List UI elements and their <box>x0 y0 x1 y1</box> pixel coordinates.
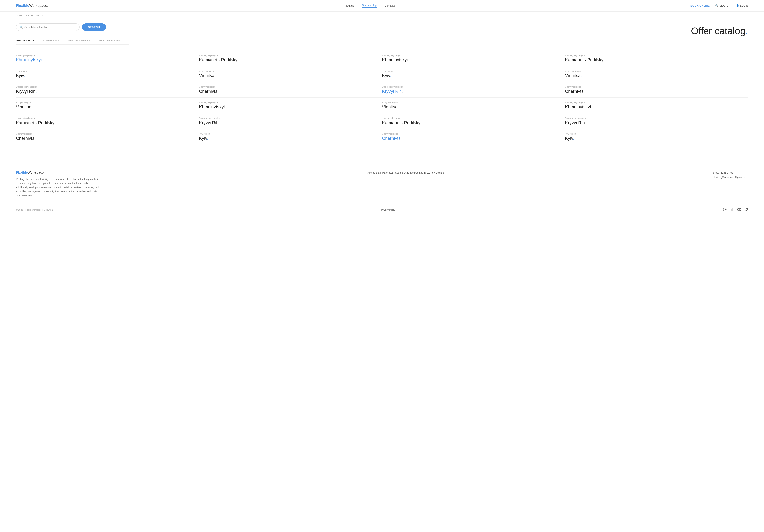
twitter-icon[interactable] <box>744 208 748 212</box>
search-nav-link[interactable]: 🔍 SEARCH <box>715 4 730 7</box>
login-label: LOGIN <box>740 4 748 7</box>
search-button[interactable]: SEARCH <box>82 24 106 31</box>
listing-city: Chernivtsi. <box>16 136 195 141</box>
listing-city[interactable]: Kryvyi Rih. <box>382 89 561 94</box>
instagram-icon[interactable] <box>723 208 727 212</box>
privacy-policy-link[interactable]: Privacy Policy <box>381 209 395 211</box>
list-item: Vinnytsia regionVinnitsa. <box>382 98 565 113</box>
listing-city: Khmelnytskyi. <box>565 104 744 109</box>
social-icons <box>723 208 748 212</box>
tab-coworking[interactable]: COWORKING <box>43 37 63 44</box>
listing-col-2: Khmelnytskyi regionKamianets-Podilskyi.V… <box>199 51 382 145</box>
content-area: 🔍 SEARCH OFFICE SPACE COWORKING VIRTUAL … <box>0 20 764 151</box>
page-title: Offer catalog. <box>691 26 748 36</box>
nav-contacts[interactable]: Contacts <box>385 4 395 7</box>
listing-city: Kryvyi Rih. <box>199 120 378 125</box>
top-row: 🔍 SEARCH OFFICE SPACE COWORKING VIRTUAL … <box>16 24 748 51</box>
facebook-icon[interactable] <box>730 208 734 212</box>
listing-region: Dnipropetrovsk region <box>382 86 561 88</box>
list-item: Khmelnytskyi regionKhmelnytskyi. <box>382 51 565 66</box>
listing-region: Khmelnytskyi region <box>199 54 378 57</box>
list-item: Dnipropetrovsk regionKryvyi Rih. <box>565 113 748 129</box>
brand-logo[interactable]: Flexible Workspace. <box>16 4 48 8</box>
login-link[interactable]: 👤 LOGIN <box>736 4 748 7</box>
listing-region: Khmelnytskyi region <box>565 54 744 57</box>
footer-top: Flexible Workspace. Renting also provide… <box>16 171 748 198</box>
list-item: Khmelnytskyi regionKhmelnytskyi. <box>16 51 199 66</box>
svg-point-1 <box>724 209 726 210</box>
listing-city: Kryvyi Rih. <box>16 89 195 94</box>
listing-city: Kyiv. <box>199 136 378 141</box>
list-item: Khmelnytskyi regionKamianets-Podilskyi. <box>16 113 199 129</box>
listing-region: Kyiv region <box>16 70 195 72</box>
city-link[interactable]: Chernivtsi <box>382 136 402 141</box>
footer-email: Flexible_Workspace.@gmail.com <box>713 175 748 180</box>
search-icon: 🔍 <box>20 26 23 29</box>
listing-region: Kyiv region <box>382 70 561 72</box>
listing-region: Vinnytsia region <box>199 70 378 72</box>
tab-meeting-rooms[interactable]: MEETING ROOMS <box>99 37 125 44</box>
list-item: Vinnytsia regionVinnitsa. <box>199 66 382 82</box>
listing-region: Chernivtsi region <box>565 86 744 88</box>
nav-about[interactable]: About us <box>344 4 354 7</box>
breadcrumb-home[interactable]: HOME <box>16 14 23 17</box>
brand-workspace: Workspace. <box>29 4 48 8</box>
listing-city: Vinnitsa. <box>382 104 561 109</box>
list-item: Khmelnytskyi regionKamianets-Podilskyi. <box>565 51 748 66</box>
list-item: Kyiv regionKyiv. <box>382 66 565 82</box>
listing-region: Chernivtsi region <box>199 86 378 88</box>
listing-region: Kyiv region <box>565 133 744 135</box>
list-item: Dnipropetrovsk regionKryvyi Rih. <box>382 82 565 98</box>
tab-office-space[interactable]: OFFICE SPACE <box>16 37 39 44</box>
listing-region: Khmelnytskyi region <box>199 101 378 104</box>
listing-city: Vinnitsa. <box>16 104 195 109</box>
listing-region: Khmelnytskyi region <box>16 117 195 119</box>
list-item: Chernivtsi regionChernivtsi. <box>199 82 382 98</box>
list-item: Chernivtsi regionChernivtsi. <box>16 129 199 145</box>
tabs: OFFICE SPACE COWORKING VIRTUAL OFFICES M… <box>16 37 129 45</box>
brand-flexible: Flexible <box>16 4 29 8</box>
listing-region: Vinnytsia region <box>565 70 744 72</box>
listing-city[interactable]: Khmelnytskyi. <box>16 57 195 63</box>
listing-region: Khmelnytskyi region <box>565 101 744 104</box>
footer-left: Flexible Workspace. Renting also provide… <box>16 171 99 198</box>
listing-region: Chernivtsi region <box>16 133 195 135</box>
listing-city: Kryvyi Rih. <box>565 120 744 125</box>
listing-city: Chernivtsi. <box>565 89 744 94</box>
nav-links: About us Offer catalog Contacts <box>344 4 395 8</box>
listing-city: Kyiv. <box>382 73 561 78</box>
list-item: Kyiv regionKyiv. <box>16 66 199 82</box>
listing-region: Kyiv region <box>199 133 378 135</box>
nav-offer-catalog[interactable]: Offer catalog <box>362 4 377 8</box>
search-nav-label: SEARCH <box>719 4 730 7</box>
footer-logo: Flexible Workspace. <box>16 171 99 174</box>
login-icon: 👤 <box>736 4 739 7</box>
book-online-link[interactable]: BOOK ONLINE <box>690 4 710 7</box>
svg-rect-0 <box>723 208 726 211</box>
footer-contact: Altered State Machine,17 South St,Auckla… <box>368 171 445 198</box>
listing-region: Dnipropetrovsk region <box>565 117 744 119</box>
search-input[interactable] <box>25 26 76 29</box>
listing-city[interactable]: Chernivtsi. <box>382 136 561 141</box>
city-link[interactable]: Khmelnytskyi <box>16 57 42 62</box>
listing-region: Dnipropetrovsk region <box>199 117 378 119</box>
list-item: Dnipropetrovsk regionKryvyi Rih. <box>199 113 382 129</box>
listing-city: Kyiv. <box>16 73 195 78</box>
listing-city: Kamianets-Podilskyi. <box>565 57 744 63</box>
footer-copyright: © 2023 Flexible Workspace. Copyright <box>16 209 53 211</box>
list-item: Kyiv regionKyiv. <box>199 129 382 145</box>
listing-col-1: Khmelnytskyi regionKhmelnytskyi.Kyiv reg… <box>16 51 199 145</box>
youtube-icon[interactable] <box>737 208 741 212</box>
footer-contact-right: 8 (800) 5231-94-03 Flexible_Workspace.@g… <box>713 171 748 198</box>
city-link[interactable]: Kryvyi Rih <box>382 89 402 94</box>
list-item: Chernivtsi regionChernivtsi. <box>565 82 748 98</box>
search-section: 🔍 SEARCH <box>16 24 129 31</box>
list-item: Vinnytsia regionVinnitsa. <box>16 98 199 113</box>
listing-region: Vinnytsia region <box>16 101 195 104</box>
listing-region: Chernivtsi region <box>382 133 561 135</box>
listing-city: Vinnitsa. <box>199 73 378 78</box>
footer-brand-flexible: Flexible <box>16 171 28 174</box>
svg-point-2 <box>725 209 726 209</box>
tab-virtual-offices[interactable]: VIRTUAL OFFICES <box>68 37 95 44</box>
list-item: Dnipropetrovsk regionKryvyi Rih. <box>16 82 199 98</box>
